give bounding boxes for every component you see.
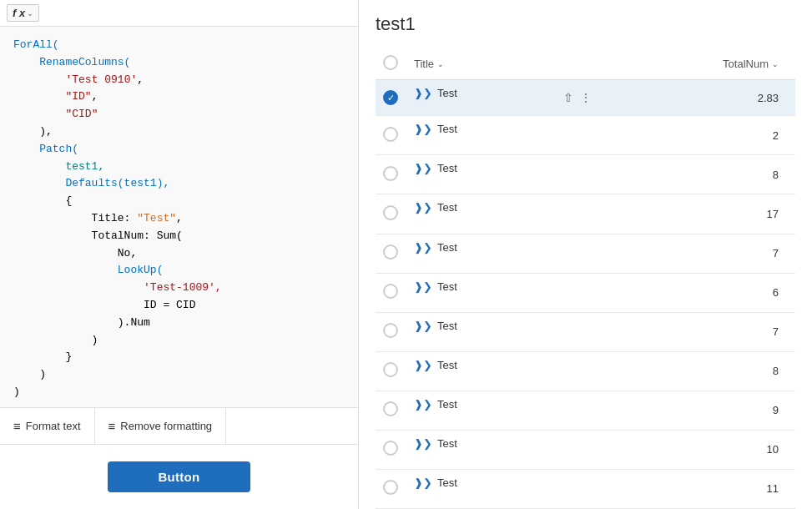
table-row[interactable]: ❱❯ Test 6 <box>376 273 795 312</box>
row-actions-cell <box>550 273 600 312</box>
row-title: Test <box>437 241 457 254</box>
row-actions-cell <box>550 234 600 273</box>
remove-formatting-label: Remove formatting <box>120 420 212 432</box>
code-line: Defaults(test1), <box>13 175 345 193</box>
right-panel: test1 Title ⌄ TotalNum ⌄ <box>359 0 812 509</box>
row-num-cell: 8 <box>600 351 795 391</box>
row-title-cell: ❱❯ Test <box>406 194 550 220</box>
row-num-cell: 10 <box>600 430 795 469</box>
format-text-button[interactable]: ≡ Format text <box>0 408 95 444</box>
row-actions-cell <box>550 469 600 508</box>
row-checkbox-cell <box>376 155 406 194</box>
table-row[interactable]: ❱❯ Test 8 <box>376 155 795 194</box>
row-title-cell: ❱❯ Test <box>406 234 550 260</box>
row-checkbox[interactable] <box>383 127 398 142</box>
code-line: ), <box>13 123 345 141</box>
main-button[interactable]: Button <box>108 461 250 492</box>
row-title: Test <box>437 162 457 174</box>
code-line: ) <box>13 366 345 384</box>
button-area: Button <box>0 444 358 509</box>
code-line: ForAll( <box>13 37 345 54</box>
row-checkbox-cell: ✓ <box>376 80 406 116</box>
header-actions <box>550 48 600 80</box>
fx-label: f x <box>13 7 25 19</box>
code-line: } <box>13 349 345 366</box>
row-checkbox[interactable] <box>383 166 398 181</box>
share-icon[interactable]: ⇧ <box>562 89 575 106</box>
row-checkbox-cell <box>376 391 406 430</box>
code-line: ID = CID <box>13 297 345 315</box>
row-actions-cell: ⇧ ⋮ <box>550 80 600 116</box>
code-line: No, <box>13 245 345 263</box>
table-row[interactable]: ❱❯ Test 17 <box>376 194 795 234</box>
table-row[interactable]: ✓ ❱❯ Test ⇧ ⋮ 2.83 <box>376 80 795 116</box>
row-title-cell: ❱❯ Test <box>406 431 550 456</box>
row-title: Test <box>437 201 457 214</box>
table-row[interactable]: ❱❯ Test 9 <box>376 391 795 430</box>
row-checkbox-cell <box>376 312 406 351</box>
record-icon: ❱❯ <box>414 201 432 214</box>
row-checkbox[interactable]: ✓ <box>383 90 398 105</box>
title-col-label: Title <box>414 58 434 70</box>
fx-button[interactable]: f x ⌄ <box>7 4 39 22</box>
row-num-cell: 17 <box>600 194 795 234</box>
formula-bar: f x ⌄ <box>0 0 358 27</box>
table-row[interactable]: ❱❯ Test 7 <box>376 312 795 351</box>
row-checkbox-cell <box>376 116 406 155</box>
row-checkbox-cell <box>376 234 406 273</box>
totalnum-sort-icon: ⌄ <box>772 60 779 68</box>
remove-formatting-button[interactable]: ≡ Remove formatting <box>95 408 227 444</box>
table-header-row: Title ⌄ TotalNum ⌄ <box>376 48 795 80</box>
row-checkbox[interactable] <box>383 323 398 338</box>
header-title: Title ⌄ <box>406 48 550 80</box>
header-totalnum: TotalNum ⌄ <box>600 48 795 80</box>
row-actions-cell <box>550 194 600 234</box>
record-icon: ❱❯ <box>414 437 432 450</box>
code-line: ).Num <box>13 315 345 332</box>
totalnum-sort[interactable]: TotalNum ⌄ <box>723 58 779 70</box>
row-title: Test <box>437 320 457 332</box>
row-checkbox[interactable] <box>383 480 398 495</box>
row-checkbox[interactable] <box>383 441 398 456</box>
totalnum-col-label: TotalNum <box>723 58 769 70</box>
code-line: Patch( <box>13 141 345 159</box>
record-icon: ❱❯ <box>414 162 432 174</box>
table-row[interactable]: ❱❯ Test 10 <box>376 430 795 469</box>
more-icon[interactable]: ⋮ <box>578 89 593 106</box>
code-line: Title: "Test", <box>13 210 345 228</box>
row-title: Test <box>437 437 457 450</box>
row-checkbox[interactable] <box>383 362 398 377</box>
table-row[interactable]: ❱❯ Test 2 <box>376 116 795 155</box>
row-checkbox[interactable] <box>383 401 398 416</box>
row-actions-cell <box>550 116 600 155</box>
row-title-cell: ❱❯ Test <box>406 470 550 496</box>
row-num-cell: 2 <box>600 116 795 155</box>
code-editor[interactable]: ForAll( RenameColumns( 'Test 0910', "ID"… <box>0 27 358 407</box>
header-checkbox[interactable] <box>383 55 398 70</box>
row-num-cell: 8 <box>600 155 795 194</box>
row-title: Test <box>437 123 457 135</box>
row-checkbox[interactable] <box>383 284 398 299</box>
row-title: Test <box>437 359 457 371</box>
row-actions-cell <box>550 391 600 430</box>
left-panel: f x ⌄ ForAll( RenameColumns( 'Test 0910'… <box>0 0 359 509</box>
record-icon: ❱❯ <box>414 87 432 99</box>
title-sort-icon: ⌄ <box>437 60 444 68</box>
row-checkbox-cell <box>376 469 406 508</box>
row-title-cell: ❱❯ Test <box>406 391 550 417</box>
row-checkbox[interactable] <box>383 205 398 220</box>
title-sort[interactable]: Title ⌄ <box>414 58 444 70</box>
table-row[interactable]: ❱❯ Test 11 <box>376 469 795 508</box>
row-checkbox[interactable] <box>383 244 398 260</box>
code-line: ) <box>13 332 345 350</box>
row-checkbox-cell <box>376 273 406 312</box>
fx-chevron-icon: ⌄ <box>27 9 33 18</box>
code-line: LookUp( <box>13 262 345 280</box>
row-title-cell: ❱❯ Test <box>406 352 550 378</box>
code-line: TotalNum: Sum( <box>13 228 345 245</box>
row-num-cell: 6 <box>600 273 795 312</box>
row-title: Test <box>437 398 457 411</box>
table-row[interactable]: ❱❯ Test 8 <box>376 351 795 391</box>
record-icon: ❱❯ <box>414 320 432 332</box>
table-row[interactable]: ❱❯ Test 7 <box>376 234 795 273</box>
